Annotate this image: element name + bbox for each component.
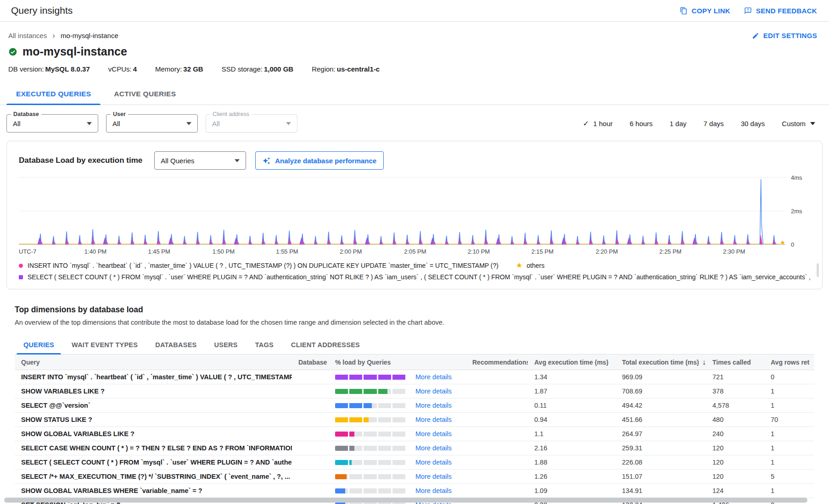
tab-databases[interactable]: DATABASES [146, 335, 205, 354]
table-row[interactable]: SHOW GLOBAL VARIABLES WHERE `variable_na… [15, 484, 814, 498]
top-dimensions-description: An overview of the top dimensions that c… [15, 319, 814, 326]
more-details-link[interactable]: More details [415, 402, 452, 409]
avg-exec-time-value: 0.94 [528, 416, 616, 423]
edit-settings-button[interactable]: EDIT SETTINGS [752, 32, 817, 39]
y-tick-label: 2ms [791, 208, 802, 215]
horizontal-scrollbar[interactable] [4, 498, 807, 503]
legend-row: SELECT ( SELECT COUNT ( * ) FROM `mysql`… [19, 273, 810, 281]
query-table-body: INSERT INTO `mysql` . `heartbeat` ( `id`… [15, 370, 814, 504]
copy-link-button[interactable]: COPY LINK [680, 7, 730, 15]
times-called-value: 120 [706, 459, 764, 466]
feedback-icon [744, 7, 752, 15]
more-details-link[interactable]: More details [415, 473, 452, 480]
load-bar-fill [335, 446, 354, 451]
dimension-tabs: QUERIES WAIT EVENT TYPES DATABASES USERS… [15, 335, 814, 354]
load-bar-cell [329, 417, 409, 422]
top-dimensions-title: Top dimensions by database load [15, 305, 814, 315]
tab-client-addresses[interactable]: CLIENT ADDRESSES [282, 335, 369, 354]
chevron-down-icon [810, 122, 815, 125]
load-bar-cell [329, 432, 409, 437]
load-bar-cell [329, 503, 409, 504]
star-icon: ★ [516, 262, 522, 269]
copy-link-label: COPY LINK [692, 7, 730, 15]
avg-rows-value: 0 [764, 373, 810, 381]
analyze-database-performance-button[interactable]: Analyze database performance [255, 151, 384, 170]
load-bar-cell [329, 460, 409, 465]
more-details-link[interactable]: More details [415, 459, 452, 466]
avg-exec-time-value: 1.87 [528, 388, 616, 395]
table-row[interactable]: INSERT INTO `mysql` . `heartbeat` ( `id`… [15, 370, 814, 384]
time-range-group: ✓1 hour6 hours1 day7 days30 daysCustom [583, 119, 815, 128]
time-range-option-6-hours[interactable]: 6 hours [630, 120, 653, 127]
copy-icon [680, 7, 688, 15]
x-tick-label: 2:15 PM [531, 248, 553, 255]
total-exec-time-value: 708.69 [616, 388, 706, 395]
user-filter-select[interactable]: User All [106, 114, 198, 133]
more-details-link[interactable]: More details [415, 416, 452, 423]
times-called-value: 4,578 [706, 402, 764, 409]
sparkle-icon [263, 157, 270, 165]
tab-users[interactable]: USERS [206, 335, 246, 354]
query-text: SHOW STATUS LIKE ? [15, 416, 292, 423]
total-exec-time-value: 134.91 [616, 487, 706, 494]
more-details-link[interactable]: More details [415, 430, 452, 438]
avg-rows-value: 70 [764, 416, 810, 423]
legend-scrollbar[interactable] [817, 263, 819, 277]
time-range-option-30-days[interactable]: 30 days [741, 120, 765, 127]
query-text: SHOW GLOBAL VARIABLES LIKE ? [15, 430, 292, 438]
instance-details: DB version:MySQL 8.0.37vCPUs:4Memory:32 … [0, 65, 829, 73]
avg-exec-time-value: 1.26 [528, 473, 616, 480]
chart-x-axis: UTC-71:40 PM1:45 PM1:50 PM1:55 PM2:00 PM… [19, 248, 785, 257]
table-row[interactable]: SHOW STATUS LIKE ? More details 0.94 451… [15, 413, 814, 427]
x-tick-label: 1:55 PM [276, 248, 298, 255]
more-details-link[interactable]: More details [415, 444, 452, 452]
breadcrumb-all-instances[interactable]: All instances [8, 32, 47, 39]
time-range-option-7-days[interactable]: 7 days [704, 120, 724, 127]
avg-exec-time-value: 0.11 [528, 402, 616, 409]
load-bar [335, 488, 407, 493]
load-bar [335, 460, 407, 465]
column-header-database: Database [292, 359, 329, 366]
chevron-down-icon [286, 122, 291, 125]
time-range-option-1-hour[interactable]: ✓1 hour [583, 119, 613, 128]
instance-detail: SSD storage:1,000 GB [222, 65, 293, 73]
more-details-link[interactable]: More details [415, 487, 452, 494]
database-filter-label: Database [11, 111, 41, 117]
load-bar-fill [335, 488, 345, 493]
app-bar: Query insights COPY LINK SEND FEEDBACK [0, 0, 829, 22]
total-exec-time-value: 259.31 [616, 444, 706, 452]
table-row[interactable]: SHOW VARIABLES LIKE ? More details 1.87 … [15, 384, 814, 399]
client-address-filter-select[interactable]: Client address All [206, 114, 297, 133]
load-bar-cell [329, 446, 409, 451]
query-filter-select[interactable]: All Queries [154, 151, 246, 170]
more-details-link[interactable]: More details [415, 373, 452, 381]
send-feedback-button[interactable]: SEND FEEDBACK [744, 7, 817, 15]
tab-tags[interactable]: TAGS [246, 335, 282, 354]
user-filter-label: User [111, 111, 128, 117]
database-filter-select[interactable]: Database All [6, 114, 98, 133]
table-row[interactable]: SHOW GLOBAL VARIABLES LIKE ? More detail… [15, 427, 814, 441]
instance-detail: Memory:32 GB [155, 65, 203, 73]
column-header-total-exec-time[interactable]: Total execution time (ms) ↓ [616, 358, 706, 366]
avg-exec-time-value: 1.09 [528, 487, 616, 494]
time-range-custom[interactable]: Custom [782, 120, 815, 127]
table-row[interactable]: SELECT @@`version` More details 0.11 494… [15, 399, 814, 413]
tab-wait-event-types[interactable]: WAIT EVENT TYPES [63, 335, 146, 354]
time-range-option-1-day[interactable]: 1 day [670, 120, 687, 127]
times-called-value: 240 [706, 430, 764, 438]
load-chart: 4ms2ms0 [19, 177, 810, 246]
tab-executed-queries[interactable]: EXECUTED QUERIES [5, 83, 102, 105]
more-details-link[interactable]: More details [415, 388, 452, 395]
table-row[interactable]: SELECT CASE WHEN COUNT ( * ) = ? THEN ? … [15, 441, 814, 455]
total-exec-time-value: 226.08 [616, 459, 706, 466]
times-called-value: 120 [706, 444, 764, 452]
tab-active-queries[interactable]: ACTIVE QUERIES [102, 83, 187, 105]
avg-rows-value: 1 [764, 430, 810, 438]
avg-rows-value: 5 [764, 473, 810, 480]
table-row[interactable]: SELECT /*+ MAX_EXECUTION_TIME (?) */ `SU… [15, 470, 814, 484]
table-row[interactable]: SELECT ( SELECT COUNT ( * ) FROM `mysql`… [15, 455, 814, 470]
load-bar [335, 432, 407, 437]
tab-queries[interactable]: QUERIES [15, 335, 63, 354]
x-tick-label: 2:10 PM [468, 248, 490, 255]
chevron-down-icon [87, 122, 92, 125]
